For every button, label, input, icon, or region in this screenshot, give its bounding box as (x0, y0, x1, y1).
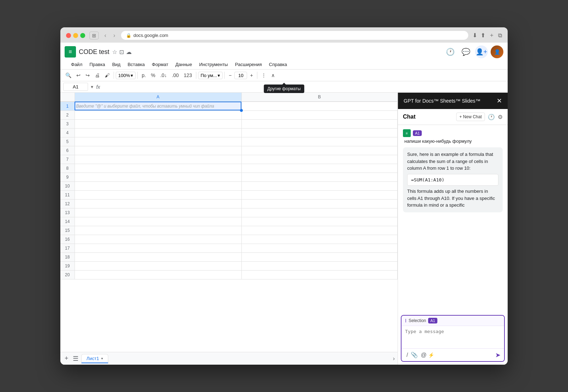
maximize-button[interactable] (80, 33, 85, 38)
more-options-icon[interactable]: ⋮ (259, 71, 268, 80)
menu-help[interactable]: Справка (266, 60, 291, 69)
cell-b10[interactable] (241, 181, 398, 190)
cell-a14[interactable] (75, 217, 241, 226)
sheet-grid-wrapper[interactable]: A B 1Введите "@" и выберите файл, чтобы … (60, 93, 398, 352)
currency-icon[interactable]: р. (140, 71, 148, 80)
font-selector[interactable]: По ум... ▾ (198, 72, 223, 79)
cell-a8[interactable] (75, 164, 241, 173)
forward-button[interactable]: › (112, 32, 116, 39)
cell-a17[interactable] (75, 244, 241, 252)
download-icon[interactable]: ⬇ (473, 32, 477, 39)
history-icon[interactable]: 🕐 (444, 45, 457, 58)
document-title[interactable]: CODE test (79, 48, 109, 56)
cell-drag-handle[interactable] (240, 109, 243, 112)
cell-b12[interactable] (241, 199, 398, 208)
add-sheet-button[interactable]: + (63, 353, 70, 364)
slash-command-icon[interactable]: / (405, 351, 409, 359)
cell-a3[interactable] (75, 119, 241, 128)
share-button[interactable]: 👤+ (475, 45, 488, 58)
cell-a1[interactable]: Введите "@" и выберите файл, чтобы встав… (75, 102, 241, 110)
menu-file[interactable]: Файл (67, 60, 86, 69)
sheet-tab-1[interactable]: Лист1 ▾ (81, 354, 108, 363)
menu-data[interactable]: Данные (172, 60, 196, 69)
cell-a15[interactable] (75, 226, 241, 235)
menu-tools[interactable]: Инструменты (196, 60, 231, 69)
redo-icon[interactable]: ↪ (83, 71, 92, 80)
gpt-close-button[interactable]: ✕ (497, 97, 502, 105)
cell-a2[interactable] (75, 110, 241, 119)
user-avatar[interactable]: 👤 (491, 45, 503, 58)
cell-a12[interactable] (75, 199, 241, 208)
cell-b19[interactable] (241, 261, 398, 270)
cell-a6[interactable] (75, 146, 241, 155)
font-size-input[interactable]: 10 (234, 72, 247, 79)
collapse-toolbar-icon[interactable]: ∧ (269, 71, 277, 80)
mention-icon[interactable]: @ (419, 351, 428, 359)
share-icon[interactable]: ⬆ (481, 32, 485, 39)
close-button[interactable] (66, 33, 71, 38)
cell-b14[interactable] (241, 217, 398, 226)
menu-extensions[interactable]: Расширения (231, 60, 266, 69)
cell-b6[interactable] (241, 146, 398, 155)
attachment-icon[interactable]: 📎 (409, 351, 419, 359)
address-bar[interactable]: 🔒 docs.google.com (121, 31, 468, 40)
search-toolbar-icon[interactable]: 🔍 (63, 71, 73, 80)
adjust-icon[interactable]: ⚡ (428, 352, 434, 358)
cell-b13[interactable] (241, 208, 398, 217)
format-number-icon[interactable]: 123 (182, 71, 194, 80)
cell-b7[interactable] (241, 155, 398, 164)
cell-b17[interactable] (241, 244, 398, 252)
menu-format[interactable]: Формат (148, 60, 172, 69)
cell-ref-input[interactable]: A1 (63, 83, 88, 91)
new-tab-icon[interactable]: ＋ (489, 32, 495, 39)
cell-a9[interactable] (75, 173, 241, 181)
percent-icon[interactable]: % (149, 71, 157, 80)
col-header-a[interactable]: A (75, 93, 241, 102)
cell-a16[interactable] (75, 235, 241, 244)
cell-b4[interactable] (241, 128, 398, 137)
cell-b20[interactable] (241, 270, 398, 279)
cell-b8[interactable] (241, 164, 398, 173)
cell-b15[interactable] (241, 226, 398, 235)
cell-a7[interactable] (75, 155, 241, 164)
gpt-message-input[interactable] (402, 326, 504, 347)
decimal-decrease-icon[interactable]: .0↓ (158, 71, 169, 80)
cell-a20[interactable] (75, 270, 241, 279)
menu-edit[interactable]: Правка (86, 60, 109, 69)
cell-ref-dropdown-icon[interactable]: ▾ (91, 84, 93, 89)
cell-b5[interactable] (241, 137, 398, 146)
cell-a4[interactable] (75, 128, 241, 137)
cell-a10[interactable] (75, 181, 241, 190)
font-size-decrease-icon[interactable]: − (226, 71, 234, 80)
zoom-control[interactable]: 100% ▾ (116, 72, 136, 79)
cell-b1[interactable] (241, 102, 398, 110)
drive-icon[interactable]: ⊡ (119, 49, 124, 55)
undo-icon[interactable]: ↩ (74, 71, 83, 80)
sheet-menu-button[interactable]: ☰ (71, 353, 80, 364)
gpt-history-button[interactable]: 🕐 (488, 114, 495, 120)
cell-b3[interactable] (241, 119, 398, 128)
cell-b11[interactable] (241, 190, 398, 199)
print-icon[interactable]: 🖨 (93, 71, 102, 80)
sidebar-toggle-button[interactable]: ⊞ (89, 32, 99, 39)
minimize-button[interactable] (73, 33, 78, 38)
cell-b16[interactable] (241, 235, 398, 244)
sheet-tab-dropdown-icon[interactable]: ▾ (101, 356, 103, 360)
cell-a19[interactable] (75, 261, 241, 270)
menu-insert[interactable]: Вставка (124, 60, 148, 69)
cell-b9[interactable] (241, 173, 398, 181)
cell-a13[interactable] (75, 208, 241, 217)
paint-format-icon[interactable]: 🖌 (103, 71, 112, 80)
gpt-new-chat-button[interactable]: + New Chat (456, 113, 485, 121)
cell-a5[interactable] (75, 137, 241, 146)
cloud-icon[interactable]: ☁ (126, 49, 132, 55)
back-button[interactable]: ‹ (103, 32, 108, 39)
gpt-settings-button[interactable]: ⚙ (498, 114, 503, 120)
cell-a18[interactable] (75, 252, 241, 261)
decimal-increase-icon[interactable]: .00 (170, 71, 181, 80)
comments-icon[interactable]: 💬 (459, 45, 472, 58)
menu-view[interactable]: Вид (109, 60, 124, 69)
cell-b18[interactable] (241, 252, 398, 261)
font-size-increase-icon[interactable]: + (248, 71, 255, 80)
col-header-b[interactable]: B (241, 93, 398, 102)
